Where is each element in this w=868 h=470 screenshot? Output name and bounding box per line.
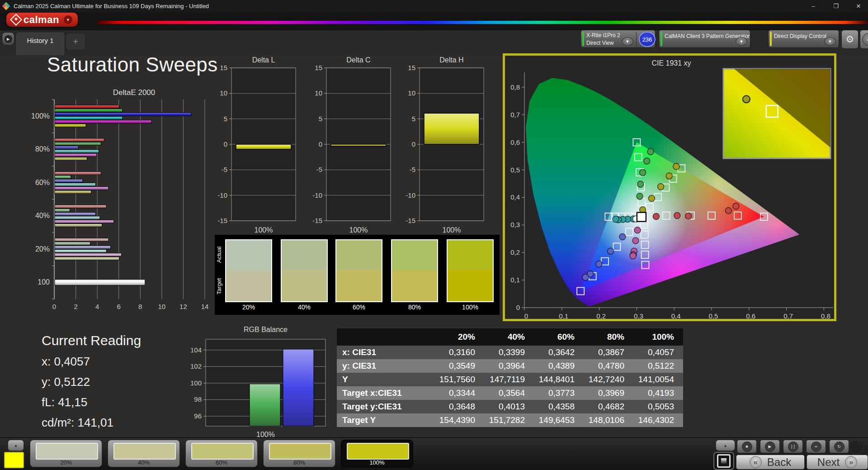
- meter-dropdown[interactable]: X-Rite i1Pro 2 Direct View ▼ 236: [580, 30, 656, 48]
- deltae-bar: [55, 249, 106, 252]
- settings-button[interactable]: ⚙: [841, 30, 859, 49]
- tab-history-1[interactable]: History 1: [15, 32, 65, 55]
- close-button[interactable]: ✕: [853, 3, 864, 9]
- panel-collapse-button[interactable]: ◀: [860, 30, 868, 49]
- display-control-dropdown[interactable]: Direct Display Control ▼: [768, 30, 839, 48]
- reading-fl: fL: 41,15: [42, 395, 141, 409]
- table-cell: 0,4057: [632, 347, 681, 357]
- target-swatch: [392, 270, 437, 301]
- cie-measured-marker: [607, 248, 613, 254]
- play-button[interactable]: ▶: [760, 440, 780, 453]
- svg-text:CIE 1931 xy: CIE 1931 xy: [651, 59, 691, 67]
- next-button[interactable]: Next »: [807, 455, 868, 470]
- pattern-generator-dropdown[interactable]: CalMAN Client 3 Pattern Generator ▼: [659, 30, 750, 48]
- minimize-button[interactable]: –: [807, 3, 819, 9]
- svg-text:5: 5: [224, 115, 227, 123]
- svg-text:0,3: 0,3: [510, 221, 520, 228]
- pattern-button-100%[interactable]: 100%: [341, 440, 413, 467]
- pattern-button-80%[interactable]: 80%: [263, 440, 335, 467]
- loop-button[interactable]: ∞: [806, 440, 826, 453]
- deltae-bar: [55, 213, 95, 216]
- deltae-bar: [55, 157, 87, 161]
- chevron-down-icon[interactable]: ▼: [622, 37, 633, 46]
- deltae-bar: [55, 179, 83, 182]
- actual-swatch: [392, 240, 437, 270]
- target-swatch: [448, 270, 493, 301]
- chevrons-left-icon: «: [750, 456, 762, 468]
- pattern-swatch: [269, 443, 331, 460]
- svg-text:0,8: 0,8: [821, 312, 830, 319]
- table-cell: 0,3773: [532, 388, 582, 398]
- logo-dropdown-arrow-icon[interactable]: ▼: [64, 15, 72, 24]
- delta_c-bar: [331, 144, 386, 146]
- svg-text:0: 0: [319, 140, 322, 148]
- pattern-label: 20%: [30, 459, 102, 466]
- svg-text:5: 5: [412, 115, 415, 123]
- meter-count-badge[interactable]: 236: [639, 32, 656, 47]
- calman-diamond-icon: [10, 14, 22, 26]
- table-cell: 151,7560: [433, 375, 482, 385]
- chevron-up-icon: ▲: [723, 443, 727, 448]
- deltae-bar: [55, 238, 108, 242]
- cie-measured-marker: [733, 203, 739, 209]
- maximize-button[interactable]: ❐: [830, 3, 842, 9]
- add-tab-button[interactable]: +: [66, 33, 85, 50]
- app-icon: [3, 3, 10, 10]
- rgb-balance-chart: RGB Balance1041021009896100%: [181, 325, 330, 440]
- deltae-bar: [55, 176, 71, 179]
- chevron-up-icon: ▲: [14, 443, 18, 448]
- stop-button[interactable]: ■: [737, 440, 757, 453]
- status-circle: [849, 440, 863, 455]
- svg-text:Delta C: Delta C: [346, 56, 370, 64]
- play-arrow-icon: ▶: [4, 34, 13, 44]
- marker-icon: [·]: [788, 442, 798, 452]
- transport-expand-button[interactable]: ▲: [716, 440, 735, 451]
- table-cell: 0,4780: [582, 361, 632, 371]
- svg-text:100: 100: [38, 278, 50, 286]
- svg-text:60%: 60%: [35, 179, 50, 186]
- svg-text:0,4: 0,4: [510, 193, 520, 201]
- table-column-header: 100%: [632, 332, 681, 342]
- pattern-button-20%[interactable]: 20%: [30, 440, 102, 467]
- chevron-down-icon[interactable]: ▼: [736, 37, 747, 46]
- refresh-button[interactable]: ↻: [829, 440, 849, 453]
- deltae-bar: [55, 116, 123, 119]
- delta-l-chart: Delta L151050-5-10-15100%: [200, 55, 304, 236]
- chevron-down-icon[interactable]: ▼: [824, 37, 836, 46]
- svg-text:0,5: 0,5: [709, 312, 718, 319]
- table-column-header: 60%: [532, 332, 582, 342]
- calman-logo-menu[interactable]: calman ▼: [6, 13, 78, 27]
- pattern-window-button[interactable]: [713, 452, 734, 470]
- table-row: Y151,7560147,7119144,8401142,7240141,005…: [337, 373, 683, 386]
- next-label: Next: [817, 456, 840, 469]
- svg-text:5: 5: [319, 115, 322, 123]
- pattern-button-60%[interactable]: 60%: [185, 440, 258, 467]
- svg-text:100%: 100%: [31, 112, 50, 120]
- back-button[interactable]: « Back: [736, 455, 805, 470]
- tab-scroll-button[interactable]: ▶: [2, 32, 14, 46]
- svg-text:0,6: 0,6: [510, 138, 520, 146]
- pattern-bar-expand-button[interactable]: ▲: [8, 440, 24, 451]
- svg-text:40%: 40%: [35, 212, 50, 219]
- cie-measured-marker: [613, 216, 619, 223]
- table-row-label: Y: [337, 375, 433, 385]
- play-icon: ▶: [765, 442, 775, 452]
- deltae-bar: [55, 124, 86, 127]
- deltae-bar: [55, 224, 102, 227]
- table-cell: 0,3344: [433, 388, 482, 398]
- target-swatch: [226, 270, 271, 301]
- cie-measured-marker: [619, 233, 626, 240]
- svg-text:6: 6: [117, 303, 121, 310]
- table-cell: 151,7282: [482, 415, 532, 425]
- svg-text:14: 14: [201, 303, 209, 310]
- current-reading-title: Current Reading: [42, 333, 141, 348]
- spectrum-strip: [97, 21, 868, 24]
- pattern-button-40%[interactable]: 40%: [108, 440, 180, 467]
- table-cell: 0,3969: [582, 388, 632, 398]
- deltae-bar: [55, 190, 91, 194]
- marker-button[interactable]: [·]: [783, 440, 803, 453]
- svg-text:10: 10: [158, 303, 166, 310]
- svg-text:0,3: 0,3: [634, 312, 643, 319]
- tab-bar: ▶ History 1 + X-Rite i1Pro 2 Direct View…: [0, 30, 868, 55]
- deltae-bar: [55, 280, 145, 285]
